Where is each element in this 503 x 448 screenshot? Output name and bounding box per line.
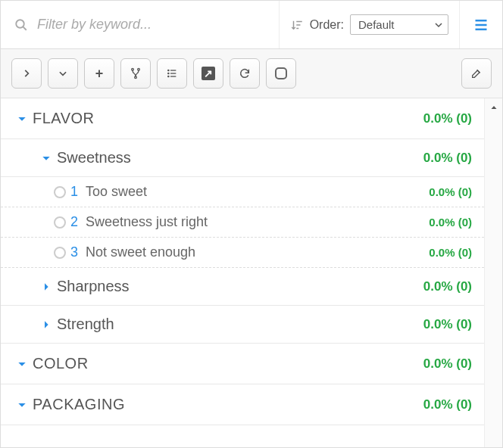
refresh-icon [239,67,251,79]
svg-point-11 [135,76,137,79]
hamburger-icon [472,17,490,33]
chevron-down-icon [58,68,68,79]
tree-wrap: Flavor 0.0% (0) Sweetness 0.0% (0) 1 Too… [1,98,502,447]
chevron-right-icon [40,281,52,293]
subcategory-label: Sweetness [57,149,131,166]
item-index: 3 [70,244,81,260]
svg-rect-15 [170,73,176,73]
order-icon [290,18,304,32]
plus-icon: + [95,67,104,80]
chevron-down-icon [40,152,52,164]
item-stat: 0.0% (0) [429,216,472,229]
uncheck-button[interactable] [266,58,296,89]
category-flavor[interactable]: Flavor 0.0% (0) [1,98,484,139]
edit-icon [470,67,483,79]
category-color[interactable]: Color 0.0% (0) [1,344,484,384]
square-icon [275,67,287,79]
search-icon [14,18,28,32]
subcategory-stat: 0.0% (0) [423,317,472,332]
triangle-up-icon [489,103,498,112]
filter-input[interactable] [36,16,265,33]
scrollbar[interactable] [484,98,502,447]
item-sweetness-just-right[interactable]: 2 Sweetness just right 0.0% (0) [1,207,484,238]
category-stat: 0.0% (0) [423,397,472,412]
popout-button[interactable] [193,58,223,89]
panel: Order: Default + [0,0,503,448]
scroll-up-button[interactable] [485,98,502,117]
category-packaging[interactable]: Packaging 0.0% (0) [1,384,484,425]
category-label: Packaging [33,396,125,413]
tree: Flavor 0.0% (0) Sweetness 0.0% (0) 1 Too… [1,98,484,447]
collapse-right-button[interactable] [11,58,42,89]
chevron-right-icon [40,319,52,331]
branch-icon [130,67,142,79]
menu-cell[interactable] [460,1,502,48]
item-too-sweet[interactable]: 1 Too sweet 0.0% (0) [1,177,484,207]
filter-cell [1,1,280,48]
chevron-down-icon [16,113,28,125]
item-stat: 0.0% (0) [429,246,472,259]
item-index: 2 [70,214,81,230]
category-stat: 0.0% (0) [423,111,472,126]
item-not-sweet-enough[interactable]: 3 Not sweet enough 0.0% (0) [1,238,484,268]
list-icon [166,67,178,79]
subcategory-stat: 0.0% (0) [423,279,472,294]
item-label: Not sweet enough [86,244,195,260]
popout-icon [202,67,215,80]
svg-line-1 [23,26,27,30]
subcategory-stat: 0.0% (0) [423,151,472,166]
svg-point-9 [132,68,134,70]
chevron-down-icon [16,399,28,411]
item-stat: 0.0% (0) [429,185,472,198]
expand-down-button[interactable] [48,58,78,89]
category-label: Flavor [33,110,95,127]
chevron-right-icon [21,68,32,79]
category-label: Color [33,355,89,372]
svg-rect-13 [170,70,176,70]
radio-icon[interactable] [54,247,66,259]
toolbar: + [1,49,502,98]
order-cell: Order: Default [280,1,460,48]
svg-point-0 [16,20,24,28]
order-select[interactable]: Default [350,14,448,35]
subcategory-label: Strength [57,316,114,333]
item-label: Sweetness just right [86,214,208,230]
svg-point-10 [138,68,140,70]
item-label: Too sweet [86,184,147,200]
svg-rect-17 [170,76,176,76]
subcategory-label: Sharpness [57,278,130,295]
category-stat: 0.0% (0) [423,356,472,372]
subcategory-strength[interactable]: Strength 0.0% (0) [1,306,484,344]
svg-point-16 [167,76,170,78]
item-index: 1 [70,184,81,200]
order-label: Order: [310,18,344,32]
subcategory-sharpness[interactable]: Sharpness 0.0% (0) [1,268,484,306]
svg-point-14 [167,73,170,75]
add-button[interactable]: + [84,58,114,89]
topbar: Order: Default [1,1,502,49]
chevron-down-icon [16,358,28,370]
refresh-button[interactable] [230,58,260,89]
branch-button[interactable] [120,58,151,89]
radio-icon[interactable] [54,186,66,198]
subcategory-sweetness[interactable]: Sweetness 0.0% (0) [1,139,484,177]
radio-icon[interactable] [54,216,66,229]
svg-point-12 [167,70,170,72]
list-button[interactable] [157,58,187,89]
edit-button[interactable] [461,58,492,89]
